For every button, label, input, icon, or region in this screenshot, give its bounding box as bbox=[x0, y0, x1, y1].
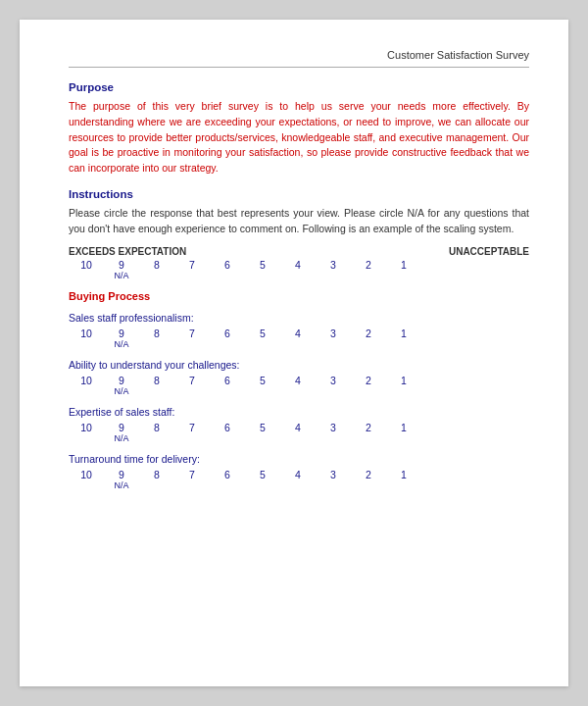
scale-num-9: 9N/A bbox=[104, 259, 139, 280]
question-3-scale: 10 9N/A 8 7 6 5 4 3 2 1 bbox=[69, 422, 529, 443]
scale-header-row: EXCEEDS EXPECTATION UNACCEPTABLE bbox=[69, 246, 529, 257]
scale-num-5: 5 bbox=[245, 259, 280, 280]
question-3: Expertise of sales staff: 10 9N/A 8 7 6 … bbox=[69, 406, 529, 443]
question-2: Ability to understand your challenges: 1… bbox=[69, 359, 529, 396]
instructions-heading: Instructions bbox=[69, 188, 529, 200]
scale-num-3: 3 bbox=[316, 259, 351, 280]
question-1-scale: 10 9N/A 8 7 6 5 4 3 2 1 bbox=[69, 328, 529, 349]
scale-num-2: 2 bbox=[351, 259, 386, 280]
question-3-label: Expertise of sales staff: bbox=[69, 406, 529, 418]
instructions-text: Please circle the response that best rep… bbox=[69, 206, 529, 237]
question-2-scale: 10 9N/A 8 7 6 5 4 3 2 1 bbox=[69, 375, 529, 396]
scale-exceeds-label: EXCEEDS EXPECTATION bbox=[69, 246, 186, 257]
question-1-label: Sales staff professionalism: bbox=[69, 312, 529, 324]
buying-process-heading: Buying Process bbox=[69, 290, 529, 302]
scale-num-10: 10 bbox=[69, 259, 104, 280]
buying-process-section: Buying Process Sales staff professionali… bbox=[69, 290, 529, 490]
question-1: Sales staff professionalism: 10 9N/A 8 7… bbox=[69, 312, 529, 349]
purpose-heading: Purpose bbox=[69, 81, 529, 93]
question-4-scale: 10 9N/A 8 7 6 5 4 3 2 1 bbox=[69, 469, 529, 490]
scale-num-8: 8 bbox=[139, 259, 174, 280]
question-4-label: Turnaround time for delivery: bbox=[69, 453, 529, 465]
instructions-section: Instructions Please circle the response … bbox=[69, 188, 529, 237]
scale-example: EXCEEDS EXPECTATION UNACCEPTABLE 10 9N/A… bbox=[69, 246, 529, 280]
purpose-section: Purpose The purpose of this very brief s… bbox=[69, 81, 529, 176]
scale-num-1: 1 bbox=[386, 259, 421, 280]
purpose-text: The purpose of this very brief survey is… bbox=[69, 99, 529, 176]
scale-num-6: 6 bbox=[210, 259, 245, 280]
question-2-label: Ability to understand your challenges: bbox=[69, 359, 529, 371]
page: Customer Satisfaction Survey Purpose The… bbox=[20, 20, 568, 686]
page-header: Customer Satisfaction Survey bbox=[69, 49, 529, 68]
question-4: Turnaround time for delivery: 10 9N/A 8 … bbox=[69, 453, 529, 490]
scale-num-7: 7 bbox=[174, 259, 210, 280]
scale-unacceptable-label: UNACCEPTABLE bbox=[449, 246, 529, 257]
scale-example-numbers: 10 9N/A 8 7 6 5 4 3 2 1 bbox=[69, 259, 529, 280]
scale-num-4: 4 bbox=[280, 259, 316, 280]
header-title: Customer Satisfaction Survey bbox=[387, 49, 529, 61]
